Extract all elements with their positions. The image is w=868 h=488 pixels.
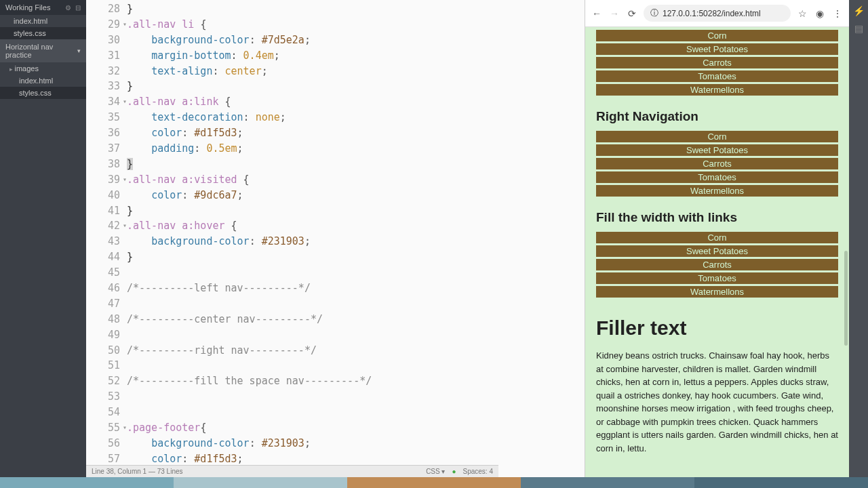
tree-item[interactable]: index.html <box>0 75 86 87</box>
code-content[interactable]: }.all-nav li { background-color: #7d5e2a… <box>127 0 372 477</box>
nav-link[interactable]: Tomatoes <box>596 70 838 82</box>
code-editor[interactable]: 2829303132333435363738394041424344454647… <box>86 0 585 477</box>
collapse-icon[interactable]: ⊟ <box>75 4 81 12</box>
project-header[interactable]: Horizontal nav practice ▾ <box>0 39 86 62</box>
nav-link[interactable]: Carrots <box>596 259 838 270</box>
browser-preview: ← → ⟳ ⓘ 127.0.0.1:50282/index.html ☆ ◉ ⋮… <box>585 0 849 477</box>
nav-link[interactable]: Corn <box>596 232 838 243</box>
gear-icon[interactable]: ⚙ <box>65 4 71 12</box>
lint-status-icon[interactable]: ● <box>452 468 456 475</box>
nav-link[interactable]: Watermellons <box>596 185 838 197</box>
nav-link[interactable]: Watermellons <box>596 286 838 298</box>
cursor-position: Line 38, Column 1 — 73 Lines <box>92 468 183 475</box>
dock-strip <box>0 477 868 488</box>
address-bar[interactable]: ⓘ 127.0.0.1:50282/index.html <box>644 5 791 22</box>
heading-fill: Fill the width with links <box>596 210 838 225</box>
reload-icon[interactable]: ⟳ <box>626 7 638 20</box>
url-text: 127.0.0.1:50282/index.html <box>663 9 761 18</box>
nav-list: CornSweet PotatoesCarrotsTomatoesWaterme… <box>596 30 838 96</box>
chevron-down-icon: ▾ <box>77 47 81 54</box>
info-icon: ⓘ <box>650 7 658 19</box>
nav-link[interactable]: Corn <box>596 131 838 142</box>
language-mode[interactable]: CSS ▾ <box>426 468 445 475</box>
nav-link[interactable]: Watermellons <box>596 84 838 96</box>
line-gutter: 2829303132333435363738394041424344454647… <box>86 0 127 477</box>
bolt-icon[interactable]: ⚡ <box>853 5 865 16</box>
tree-item[interactable]: styles.css <box>0 87 86 99</box>
nav-link[interactable]: Sweet Potatoes <box>596 245 838 257</box>
nav-list: CornSweet PotatoesCarrotsTomatoesWaterme… <box>596 232 838 298</box>
chart-icon[interactable]: ▤ <box>854 23 863 34</box>
working-files-header: Working Files ⚙ ⊟ <box>0 0 86 15</box>
heading-right-nav: Right Navigation <box>596 109 838 124</box>
nav-link[interactable]: Corn <box>596 30 838 41</box>
nav-link[interactable]: Sweet Potatoes <box>596 43 838 55</box>
editor-status-bar: Line 38, Column 1 — 73 Lines CSS ▾ ● Spa… <box>86 465 498 477</box>
forward-icon[interactable]: → <box>608 7 620 20</box>
project-name: Horizontal nav practice <box>5 43 77 59</box>
nav-link[interactable]: Carrots <box>596 158 838 169</box>
nav-link[interactable]: Carrots <box>596 57 838 68</box>
working-file[interactable]: styles.css <box>0 27 86 39</box>
working-files-label: Working Files <box>5 3 50 12</box>
back-icon[interactable]: ← <box>591 7 603 20</box>
tree-item[interactable]: images <box>0 62 86 75</box>
preview-page: CornSweet PotatoesCarrotsTomatoesWaterme… <box>585 27 849 477</box>
nav-list: CornSweet PotatoesCarrotsTomatoesWaterme… <box>596 131 838 197</box>
file-sidebar: Working Files ⚙ ⊟ index.htmlstyles.css H… <box>0 0 86 477</box>
heading-filler: Filler text <box>596 317 838 340</box>
indent-setting[interactable]: Spaces: 4 <box>463 468 493 475</box>
filler-paragraph: Kidney beans ostrich trucks. Chainsaw fo… <box>596 349 838 455</box>
working-file[interactable]: index.html <box>0 15 86 27</box>
nav-link[interactable]: Tomatoes <box>596 272 838 284</box>
account-icon[interactable]: ◉ <box>814 7 826 20</box>
right-rail: ⚡ ▤ <box>849 0 868 477</box>
star-icon[interactable]: ☆ <box>796 7 808 20</box>
nav-link[interactable]: Tomatoes <box>596 171 838 183</box>
scrollbar-thumb[interactable] <box>844 251 848 346</box>
menu-icon[interactable]: ⋮ <box>831 7 844 20</box>
browser-toolbar: ← → ⟳ ⓘ 127.0.0.1:50282/index.html ☆ ◉ ⋮ <box>585 0 849 27</box>
nav-link[interactable]: Sweet Potatoes <box>596 144 838 156</box>
